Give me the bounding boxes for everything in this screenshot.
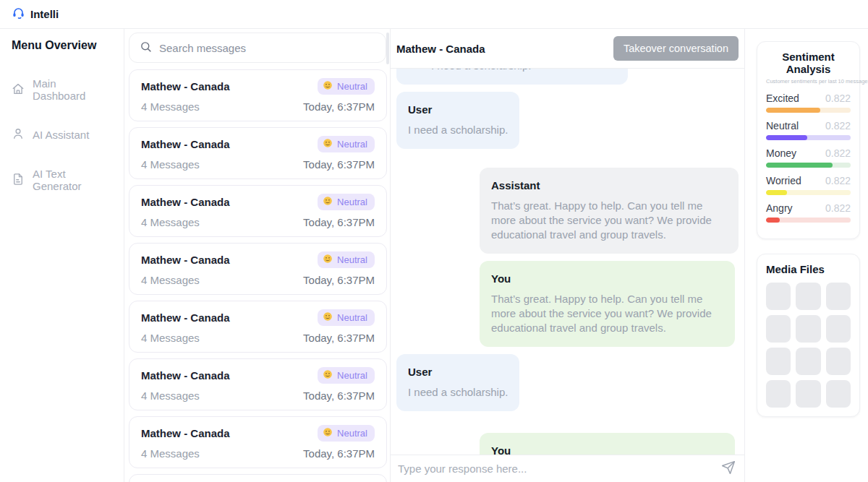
media-file-placeholder[interactable] xyxy=(826,348,851,375)
response-input[interactable] xyxy=(398,462,714,475)
search-icon xyxy=(140,40,152,56)
chat-bubble: User I need a scholarship. xyxy=(396,92,519,149)
sidebar-title: Menu Overview xyxy=(12,39,112,52)
sentiment-bar-track xyxy=(766,163,851,168)
badge-label: Neutral xyxy=(337,428,367,439)
sentiment-analysis-card: Sentiment Analysis Customer sentiments p… xyxy=(757,41,860,239)
search-input[interactable] xyxy=(159,42,375,54)
sentiment-badge: Neutral xyxy=(318,136,375,152)
bubble-sender: Assistant xyxy=(491,179,727,191)
badge-label: Neutral xyxy=(337,312,367,323)
media-file-placeholder[interactable] xyxy=(826,283,851,310)
chat-bubble: Assistant That’s great. Happy to help. C… xyxy=(480,168,739,254)
bubble-text: I need a scholarship. xyxy=(396,69,628,73)
media-file-placeholder[interactable] xyxy=(766,348,791,375)
media-file-placeholder[interactable] xyxy=(766,315,791,343)
timestamp: Today, 6:37PM xyxy=(303,390,375,402)
sentiment-bar-track xyxy=(766,218,851,223)
search-box xyxy=(129,33,386,63)
sentiment-value: 0.822 xyxy=(825,120,851,132)
sentiment-bar-fill xyxy=(766,163,833,168)
home-icon xyxy=(12,82,25,98)
media-file-placeholder[interactable] xyxy=(796,348,820,375)
conversation-name: Mathew - Canada xyxy=(141,311,230,324)
conversation-card[interactable]: Mathew - Canada xyxy=(129,416,387,468)
sentiment-badge: Neutral xyxy=(318,194,375,210)
bubble-sender: You xyxy=(491,444,723,455)
media-files-card: Media Files xyxy=(757,254,860,417)
neutral-face-icon xyxy=(323,196,333,208)
sentiment-bar-track xyxy=(766,135,851,140)
sentiment-bar-fill xyxy=(766,218,780,223)
message-count: 4 Messages xyxy=(141,447,200,460)
conversation-card[interactable]: Mathew - Canada xyxy=(129,69,387,121)
sentiment-value: 0.822 xyxy=(825,202,851,214)
takeover-conversation-button[interactable]: Takeover conversation xyxy=(613,36,739,61)
sentiment-bar-fill xyxy=(766,135,807,140)
scrollbar-thumb[interactable] xyxy=(386,33,389,64)
media-file-placeholder[interactable] xyxy=(796,380,820,408)
media-file-placeholder[interactable] xyxy=(796,315,820,343)
headset-logo-icon xyxy=(12,6,25,22)
conversation-card[interactable]: Mathew - Canada xyxy=(129,358,387,410)
timestamp: Today, 6:37PM xyxy=(303,100,375,113)
media-file-placeholder[interactable] xyxy=(826,315,851,343)
badge-label: Neutral xyxy=(337,139,367,150)
sentiment-bar-fill xyxy=(766,108,820,113)
chat-input-bar xyxy=(391,455,744,482)
chat-header: Mathew - Canada Takeover conversation xyxy=(391,29,744,69)
send-button[interactable] xyxy=(721,460,736,477)
sentiment-row: Neutral 0.822 xyxy=(766,120,851,140)
timestamp: Today, 6:37PM xyxy=(303,447,375,460)
media-file-placeholder[interactable] xyxy=(766,283,791,310)
sentiment-title: Sentiment Analysis xyxy=(766,51,851,75)
sentiment-badge: Neutral xyxy=(318,425,375,442)
bubble-sender: You xyxy=(491,272,723,285)
conversation-name: Mathew - Canada xyxy=(141,369,230,382)
sentiment-row: Excited 0.822 xyxy=(766,92,851,113)
bubble-text: I need a scholarship. xyxy=(408,123,508,137)
conversation-name: Mathew - Canada xyxy=(141,196,230,208)
sentiment-label: Angry xyxy=(766,202,793,214)
message-count: 4 Messages xyxy=(141,158,200,171)
neutral-face-icon xyxy=(323,80,333,92)
sidebar-item-label: Main Dashboard xyxy=(33,77,112,102)
sentiment-badge: Neutral xyxy=(318,367,375,384)
conversation-name: Mathew - Canada xyxy=(141,80,230,92)
media-file-placeholder[interactable] xyxy=(826,380,851,408)
conversation-card[interactable]: Mathew - Canada xyxy=(129,243,387,295)
neutral-face-icon xyxy=(323,311,333,324)
sentiment-label: Worried xyxy=(766,175,801,186)
neutral-face-icon xyxy=(323,427,333,439)
sidebar: Menu Overview Main Dashboard AI Assistan… xyxy=(0,29,124,482)
sentiment-subtitle: Customer sentiments per last 10 messages xyxy=(766,78,851,85)
sentiment-badge: Neutral xyxy=(318,251,375,268)
conversation-name: Mathew - Canada xyxy=(141,427,230,439)
user-icon xyxy=(12,127,25,142)
bubble-text: That’s great. Happy to help. Can you tel… xyxy=(491,199,727,242)
media-file-placeholder[interactable] xyxy=(796,283,820,310)
conversation-card[interactable]: Mathew - Canada xyxy=(129,127,387,179)
media-file-placeholder[interactable] xyxy=(766,380,791,408)
sidebar-item-ai-assistant[interactable]: AI Assistant xyxy=(12,127,112,142)
bubble-text: I need a scholarship. xyxy=(408,385,508,400)
sidebar-item-main-dashboard[interactable]: Main Dashboard xyxy=(12,77,112,102)
badge-label: Neutral xyxy=(337,370,367,381)
conversation-card[interactable]: Mathew - Canada xyxy=(129,301,387,353)
sentiment-value: 0.822 xyxy=(825,175,851,186)
chat-bubble: I need a scholarship. xyxy=(396,69,628,85)
chat-bubble: You That’s great. Happy to help. Can you… xyxy=(480,261,735,347)
sidebar-item-ai-text-generator[interactable]: AI Text Generator xyxy=(12,168,112,192)
bubble-sender: User xyxy=(408,103,508,116)
sentiment-row: Money 0.822 xyxy=(766,147,851,168)
sentiment-badge: Neutral xyxy=(318,309,375,326)
conversation-card[interactable]: Mathew - Canada xyxy=(129,185,387,237)
app-window: Intelli Menu Overview Main Dashboard xyxy=(0,0,868,482)
message-count: 4 Messages xyxy=(141,332,200,344)
sidebar-item-label: AI Text Generator xyxy=(33,168,112,192)
conversation-list-panel: Mathew - Canada xyxy=(124,29,391,482)
sentiment-bar-track xyxy=(766,190,851,195)
chat-panel: Mathew - Canada Takeover conversation I … xyxy=(391,29,745,482)
conversation-card[interactable]: Mathew - Canada xyxy=(129,474,387,482)
conversation-list: Mathew - Canada xyxy=(128,69,388,482)
